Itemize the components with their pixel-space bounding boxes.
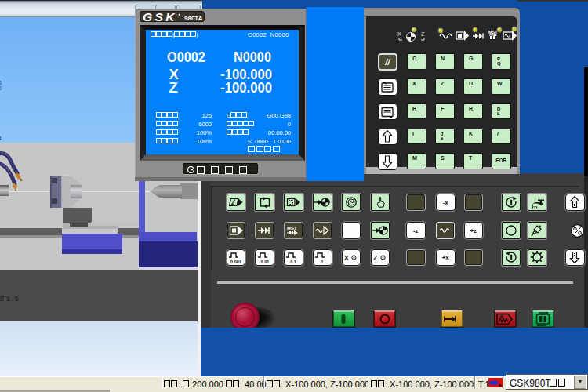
svg-text:MST: MST	[287, 226, 297, 230]
svg-text:0.001: 0.001	[230, 260, 241, 264]
svg-text:0.01: 0.01	[260, 260, 269, 264]
svg-text:0.1: 0.1	[291, 260, 297, 264]
svg-text:Z: Z	[421, 31, 425, 37]
svg-text:1: 1	[321, 260, 324, 264]
svg-text:Z: Z	[373, 254, 377, 262]
svg-text:MST: MST	[488, 30, 498, 34]
svg-text:X: X	[344, 254, 349, 262]
svg-text:X: X	[397, 31, 401, 37]
